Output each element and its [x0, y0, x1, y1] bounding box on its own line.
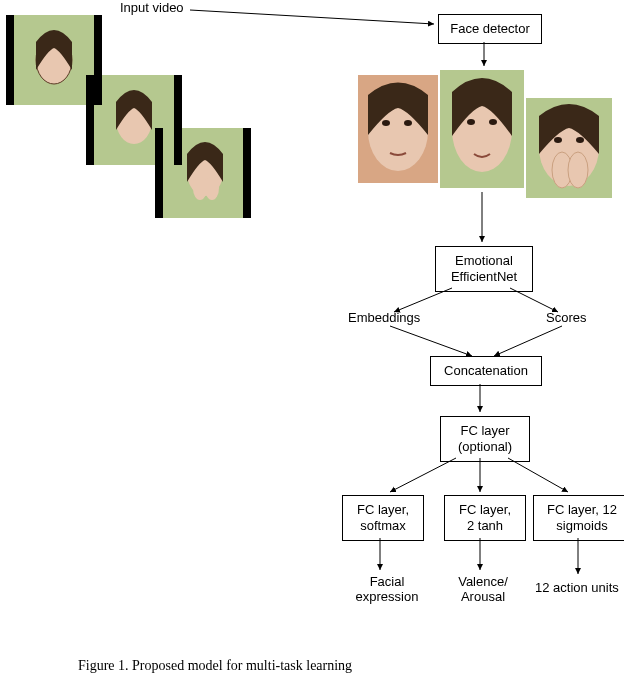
fc-tanh-box: FC layer, 2 tanh — [444, 495, 526, 541]
crop-face-3 — [526, 98, 612, 198]
svg-point-16 — [576, 137, 584, 143]
crop-face-1 — [358, 75, 438, 183]
input-frame-3 — [155, 128, 251, 218]
svg-point-11 — [467, 119, 475, 125]
valence-arousal-output: Valence/ Arousal — [453, 574, 513, 604]
svg-line-19 — [190, 10, 434, 24]
fc-softmax-box: FC layer, softmax — [342, 495, 424, 541]
concatenation-box: Concatenation — [430, 356, 542, 386]
action-units-output: 12 action units — [535, 580, 619, 595]
svg-point-18 — [568, 152, 588, 188]
fc-sigmoid-box: FC layer, 12 sigmoids — [533, 495, 624, 541]
facial-expression-output: Facial expression — [350, 574, 424, 604]
crop-face-2 — [440, 70, 524, 188]
figure-caption: Figure 1. Proposed model for multi-task … — [78, 658, 352, 674]
svg-point-7 — [382, 120, 390, 126]
scores-label: Scores — [546, 310, 586, 325]
fc-optional-box: FC layer (optional) — [440, 416, 530, 462]
svg-point-12 — [489, 119, 497, 125]
svg-point-8 — [404, 120, 412, 126]
svg-line-27 — [390, 458, 456, 492]
svg-line-24 — [390, 326, 472, 356]
svg-line-29 — [508, 458, 568, 492]
face-detector-box: Face detector — [438, 14, 542, 44]
svg-line-25 — [494, 326, 562, 356]
embeddings-label: Embeddings — [348, 310, 420, 325]
svg-point-15 — [554, 137, 562, 143]
emotional-efficientnet-box: Emotional EfficientNet — [435, 246, 533, 292]
input-video-label: Input video — [120, 0, 184, 15]
